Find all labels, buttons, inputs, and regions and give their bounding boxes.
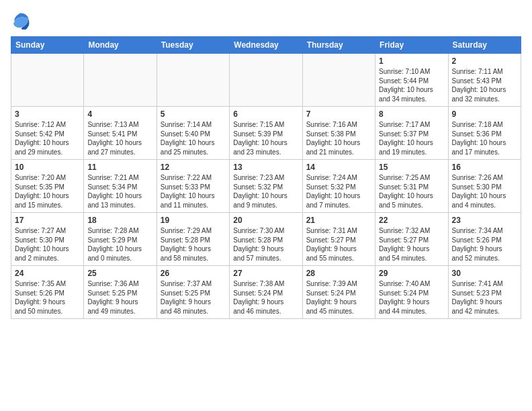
calendar-cell: 7Sunrise: 7:16 AM Sunset: 5:38 PM Daylig…	[302, 107, 375, 160]
day-info: Sunrise: 7:35 AM Sunset: 5:26 PM Dayligh…	[15, 279, 80, 316]
calendar-header-row: SundayMondayTuesdayWednesdayThursdayFrid…	[11, 37, 521, 54]
day-info: Sunrise: 7:38 AM Sunset: 5:24 PM Dayligh…	[233, 279, 298, 316]
day-info: Sunrise: 7:18 AM Sunset: 5:36 PM Dayligh…	[452, 120, 517, 156]
day-info: Sunrise: 7:36 AM Sunset: 5:25 PM Dayligh…	[87, 279, 152, 316]
calendar-cell: 21Sunrise: 7:31 AM Sunset: 5:27 PM Dayli…	[302, 213, 375, 266]
day-number: 14	[306, 163, 371, 172]
calendar-cell: 25Sunrise: 7:36 AM Sunset: 5:25 PM Dayli…	[84, 266, 157, 319]
day-info: Sunrise: 7:37 AM Sunset: 5:25 PM Dayligh…	[161, 279, 226, 316]
calendar-header-saturday: Saturday	[448, 37, 521, 54]
day-info: Sunrise: 7:31 AM Sunset: 5:27 PM Dayligh…	[306, 226, 371, 263]
day-info: Sunrise: 7:12 AM Sunset: 5:42 PM Dayligh…	[15, 120, 80, 156]
header	[11, 11, 521, 30]
day-info: Sunrise: 7:22 AM Sunset: 5:33 PM Dayligh…	[161, 173, 226, 210]
calendar-cell: 10Sunrise: 7:20 AM Sunset: 5:35 PM Dayli…	[11, 160, 84, 213]
calendar-week-5: 24Sunrise: 7:35 AM Sunset: 5:26 PM Dayli…	[11, 266, 521, 319]
calendar-header-sunday: Sunday	[11, 37, 84, 54]
day-info: Sunrise: 7:28 AM Sunset: 5:29 PM Dayligh…	[87, 226, 152, 263]
calendar-week-2: 3Sunrise: 7:12 AM Sunset: 5:42 PM Daylig…	[11, 107, 521, 160]
calendar-cell: 24Sunrise: 7:35 AM Sunset: 5:26 PM Dayli…	[11, 266, 84, 319]
day-number: 8	[379, 109, 444, 119]
day-info: Sunrise: 7:21 AM Sunset: 5:34 PM Dayligh…	[87, 173, 152, 210]
calendar-cell: 6Sunrise: 7:15 AM Sunset: 5:39 PM Daylig…	[230, 107, 302, 160]
day-number: 29	[379, 269, 444, 278]
day-number: 10	[15, 163, 80, 172]
calendar-cell: 19Sunrise: 7:29 AM Sunset: 5:28 PM Dayli…	[157, 213, 229, 266]
calendar-cell: 9Sunrise: 7:18 AM Sunset: 5:36 PM Daylig…	[448, 107, 521, 160]
calendar-cell: 1Sunrise: 7:10 AM Sunset: 5:44 PM Daylig…	[375, 54, 448, 107]
calendar-cell: 3Sunrise: 7:12 AM Sunset: 5:42 PM Daylig…	[11, 107, 84, 160]
day-number: 3	[15, 109, 80, 119]
calendar-cell	[157, 54, 229, 107]
day-number: 13	[233, 163, 298, 172]
calendar-cell: 23Sunrise: 7:34 AM Sunset: 5:26 PM Dayli…	[448, 213, 521, 266]
calendar-cell: 17Sunrise: 7:27 AM Sunset: 5:30 PM Dayli…	[11, 213, 84, 266]
calendar-cell: 18Sunrise: 7:28 AM Sunset: 5:29 PM Dayli…	[84, 213, 157, 266]
day-number: 19	[161, 216, 226, 225]
day-info: Sunrise: 7:20 AM Sunset: 5:35 PM Dayligh…	[15, 173, 80, 210]
calendar-header-monday: Monday	[84, 37, 157, 54]
calendar-cell: 15Sunrise: 7:25 AM Sunset: 5:31 PM Dayli…	[375, 160, 448, 213]
calendar-cell	[302, 54, 375, 107]
day-info: Sunrise: 7:14 AM Sunset: 5:40 PM Dayligh…	[161, 120, 226, 156]
calendar-cell: 28Sunrise: 7:39 AM Sunset: 5:24 PM Dayli…	[302, 266, 375, 319]
calendar: SundayMondayTuesdayWednesdayThursdayFrid…	[11, 36, 521, 319]
day-number: 24	[15, 269, 80, 278]
day-number: 20	[233, 216, 298, 225]
day-info: Sunrise: 7:11 AM Sunset: 5:43 PM Dayligh…	[452, 67, 517, 103]
day-info: Sunrise: 7:34 AM Sunset: 5:26 PM Dayligh…	[452, 226, 517, 263]
day-number: 17	[15, 216, 80, 225]
page: SundayMondayTuesdayWednesdayThursdayFrid…	[0, 0, 532, 324]
day-number: 4	[87, 109, 152, 119]
logo	[11, 11, 32, 30]
day-number: 7	[306, 109, 371, 119]
day-number: 27	[233, 269, 298, 278]
day-number: 30	[452, 269, 517, 278]
day-info: Sunrise: 7:17 AM Sunset: 5:37 PM Dayligh…	[379, 120, 444, 156]
day-info: Sunrise: 7:30 AM Sunset: 5:28 PM Dayligh…	[233, 226, 298, 263]
calendar-cell: 2Sunrise: 7:11 AM Sunset: 5:43 PM Daylig…	[448, 54, 521, 107]
calendar-cell: 30Sunrise: 7:41 AM Sunset: 5:23 PM Dayli…	[448, 266, 521, 319]
day-number: 2	[452, 56, 517, 66]
calendar-week-3: 10Sunrise: 7:20 AM Sunset: 5:35 PM Dayli…	[11, 160, 521, 213]
day-number: 9	[452, 109, 517, 119]
day-number: 6	[233, 109, 298, 119]
calendar-cell: 5Sunrise: 7:14 AM Sunset: 5:40 PM Daylig…	[157, 107, 229, 160]
day-info: Sunrise: 7:10 AM Sunset: 5:44 PM Dayligh…	[379, 67, 444, 103]
day-info: Sunrise: 7:39 AM Sunset: 5:24 PM Dayligh…	[306, 279, 371, 316]
day-number: 28	[306, 269, 371, 278]
calendar-cell: 11Sunrise: 7:21 AM Sunset: 5:34 PM Dayli…	[84, 160, 157, 213]
day-info: Sunrise: 7:40 AM Sunset: 5:24 PM Dayligh…	[379, 279, 444, 316]
day-number: 21	[306, 216, 371, 225]
calendar-cell: 26Sunrise: 7:37 AM Sunset: 5:25 PM Dayli…	[157, 266, 229, 319]
calendar-header-tuesday: Tuesday	[157, 37, 229, 54]
day-info: Sunrise: 7:23 AM Sunset: 5:32 PM Dayligh…	[233, 173, 298, 210]
day-number: 12	[161, 163, 226, 172]
day-info: Sunrise: 7:29 AM Sunset: 5:28 PM Dayligh…	[161, 226, 226, 263]
calendar-cell: 8Sunrise: 7:17 AM Sunset: 5:37 PM Daylig…	[375, 107, 448, 160]
day-number: 23	[452, 216, 517, 225]
day-number: 18	[87, 216, 152, 225]
day-number: 16	[452, 163, 517, 172]
calendar-week-1: 1Sunrise: 7:10 AM Sunset: 5:44 PM Daylig…	[11, 54, 521, 107]
day-number: 26	[161, 269, 226, 278]
calendar-week-4: 17Sunrise: 7:27 AM Sunset: 5:30 PM Dayli…	[11, 213, 521, 266]
day-number: 1	[379, 56, 444, 66]
calendar-header-thursday: Thursday	[302, 37, 375, 54]
calendar-cell	[11, 54, 84, 107]
day-info: Sunrise: 7:41 AM Sunset: 5:23 PM Dayligh…	[452, 279, 517, 316]
day-info: Sunrise: 7:27 AM Sunset: 5:30 PM Dayligh…	[15, 226, 80, 263]
day-number: 5	[161, 109, 226, 119]
day-info: Sunrise: 7:32 AM Sunset: 5:27 PM Dayligh…	[379, 226, 444, 263]
calendar-header-friday: Friday	[375, 37, 448, 54]
day-number: 11	[87, 163, 152, 172]
calendar-cell: 14Sunrise: 7:24 AM Sunset: 5:32 PM Dayli…	[302, 160, 375, 213]
calendar-cell: 27Sunrise: 7:38 AM Sunset: 5:24 PM Dayli…	[230, 266, 302, 319]
day-number: 25	[87, 269, 152, 278]
calendar-cell: 20Sunrise: 7:30 AM Sunset: 5:28 PM Dayli…	[230, 213, 302, 266]
calendar-cell: 4Sunrise: 7:13 AM Sunset: 5:41 PM Daylig…	[84, 107, 157, 160]
calendar-cell	[84, 54, 157, 107]
calendar-cell	[230, 54, 302, 107]
day-info: Sunrise: 7:26 AM Sunset: 5:30 PM Dayligh…	[452, 173, 517, 210]
calendar-cell: 29Sunrise: 7:40 AM Sunset: 5:24 PM Dayli…	[375, 266, 448, 319]
